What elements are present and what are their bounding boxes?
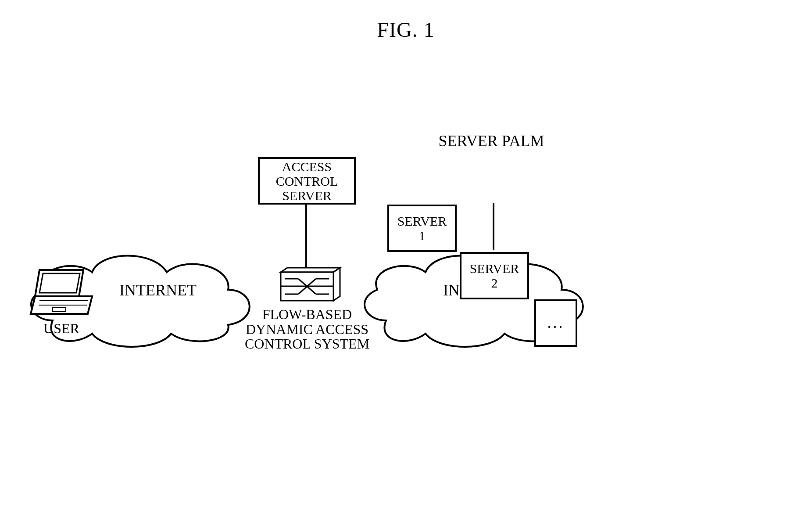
- server-1-box: SERVER 1: [387, 205, 457, 252]
- switch-label-line2: DYNAMIC ACCESS: [246, 321, 368, 337]
- acs-line2: CONTROL: [276, 174, 338, 188]
- server-2-line1: SERVER: [470, 261, 519, 276]
- server-1-line1: SERVER: [397, 214, 447, 228]
- user-label: USER: [35, 320, 88, 337]
- server-1-line2: 1: [419, 228, 426, 243]
- server-2-box: SERVER 2: [460, 252, 529, 299]
- switch-label: FLOW-BASED DYNAMIC ACCESS CONTROL SYSTEM: [224, 307, 390, 352]
- server-palm-title: SERVER PALM: [421, 132, 562, 150]
- switch-label-line1: FLOW-BASED: [262, 306, 352, 322]
- acs-line1: ACCESS: [282, 159, 332, 174]
- switch-label-line3: CONTROL SYSTEM: [245, 336, 369, 352]
- laptop-icon: [26, 266, 97, 323]
- cloud-internet-label: INTERNET: [101, 281, 215, 299]
- acs-line3: SERVER: [282, 188, 332, 203]
- server-more-box: ...: [534, 299, 577, 347]
- diagram-canvas: FIG. 1 INTERNET INTRANET USER: [0, 0, 812, 507]
- access-control-server-box: ACCESS CONTROL SERVER: [258, 157, 356, 205]
- switch-icon: [272, 263, 342, 307]
- server-2-line2: 2: [491, 276, 498, 290]
- server-more-dots: ...: [547, 314, 565, 332]
